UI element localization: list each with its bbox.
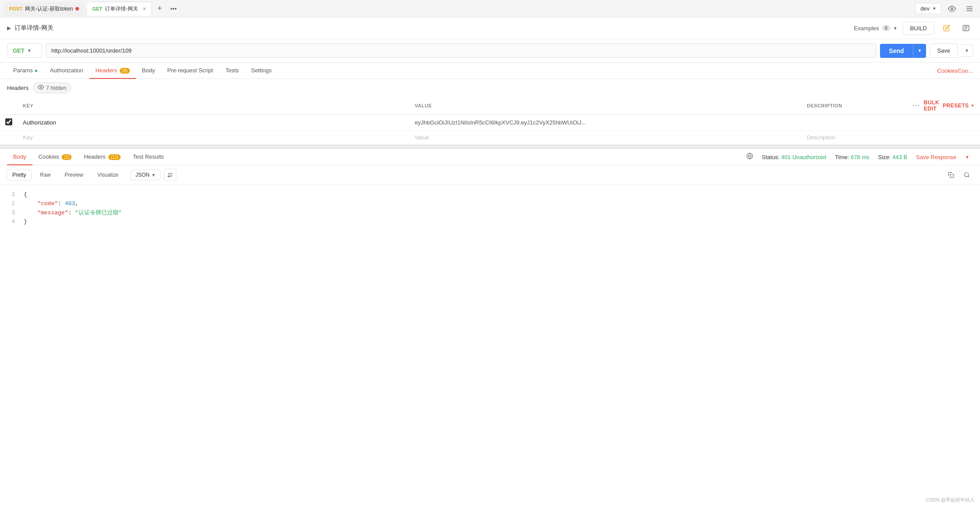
search-response-button[interactable] — [961, 169, 973, 181]
edit-icon[interactable] — [940, 21, 954, 35]
line-num-4: 4 — [7, 217, 15, 227]
tab-get[interactable]: GET 订单详情-网关 × — [86, 2, 152, 16]
col-actions: ··· Bulk Edit Presets ▼ — [907, 97, 980, 115]
empty-value-cell[interactable]: Value — [410, 131, 802, 145]
globe-icon[interactable] — [746, 153, 753, 161]
format-type-selector[interactable]: JSON ▼ — [131, 170, 161, 180]
examples-button[interactable]: Examples 0 ▼ — [854, 25, 898, 32]
word-wrap-button[interactable] — [164, 169, 176, 181]
empty-desc-cell[interactable]: Description — [801, 131, 907, 145]
code-line-3: 3 "message": "认证令牌已过期" — [7, 209, 973, 218]
format-preview-button[interactable]: Preview — [59, 170, 89, 180]
res-tab-body[interactable]: Body — [7, 149, 32, 165]
res-tab-test-results[interactable]: Test Results — [127, 149, 170, 165]
eye-view-button[interactable] — [945, 2, 959, 16]
save-response-button[interactable]: Save Response — [916, 154, 956, 160]
presets-chevron-icon: ▼ — [971, 103, 975, 108]
tab-headers[interactable]: Headers (8) — [89, 63, 136, 79]
tab-post[interactable]: POST 网关-认证-获取token — [4, 2, 85, 16]
more-options-button[interactable]: ··· — [912, 102, 920, 109]
response-status-area: Status: 401 Unauthorized Time: 678 ms Si… — [170, 153, 973, 161]
tab-settings[interactable]: Settings — [245, 63, 278, 79]
format-raw-button[interactable]: Raw — [35, 170, 56, 180]
row-checkbox-cell[interactable] — [0, 115, 18, 131]
format-type-value: JSON — [136, 172, 150, 178]
status-label-text: Status: — [762, 154, 780, 160]
send-button[interactable]: Send — [880, 44, 912, 58]
code-line-2: 2 "code": 403, — [7, 199, 973, 209]
docs-icon[interactable] — [959, 21, 973, 35]
line-num-3: 3 — [7, 209, 15, 218]
tab-authorization[interactable]: Authorization — [44, 63, 89, 79]
table-empty-row: Key Value Description — [0, 131, 980, 145]
save-button[interactable]: Save — [930, 43, 958, 58]
hidden-count-badge[interactable]: 7 hidden — [33, 82, 71, 93]
code-content-3: "message": "认证令牌已过期" — [24, 209, 122, 218]
cookies-link[interactable]: Cookies — [937, 68, 958, 74]
bulk-edit-button[interactable]: Bulk Edit — [924, 100, 939, 112]
presets-button[interactable]: Presets ▼ — [943, 103, 975, 109]
col-description: DESCRIPTION — [801, 97, 907, 115]
tab-more-button[interactable]: ••• — [168, 4, 179, 14]
svg-point-8 — [40, 86, 42, 88]
headers-title-bar: Headers 7 hidden — [0, 79, 980, 97]
headers-table: KEY VALUE DESCRIPTION ··· Bulk Edit Pres… — [0, 97, 980, 145]
empty-key-placeholder: Key — [23, 134, 32, 141]
col-check — [0, 97, 18, 115]
copy-button[interactable] — [945, 169, 957, 181]
method-selector[interactable]: GET ▼ — [7, 43, 42, 58]
tab-bar-right: dev ▼ — [916, 2, 976, 16]
code-key-code: "code" — [37, 200, 58, 207]
tab-get-close-icon[interactable]: × — [143, 5, 146, 12]
time-label-text: Time: — [835, 154, 849, 160]
code-key-message: "message" — [37, 210, 68, 216]
col-value: VALUE — [410, 97, 802, 115]
status-value: 401 Unauthorized — [781, 154, 826, 160]
method-value: GET — [13, 47, 25, 54]
svg-rect-12 — [950, 174, 954, 178]
size-label: Size: 443 B — [878, 154, 908, 160]
time-label: Time: 678 ms — [835, 154, 869, 160]
tab-post-method: POST — [9, 6, 22, 11]
empty-action-cell — [907, 131, 980, 145]
line-num-2: 2 — [7, 199, 15, 209]
tab-post-title: 网关-认证-获取token — [25, 5, 73, 13]
request-tabs: Params ● Authorization Headers (8) Body … — [0, 63, 980, 79]
code-content-1: { — [24, 190, 27, 199]
url-bar: GET ▼ Send ▼ Save ▼ — [0, 39, 980, 63]
save-arrow-button[interactable]: ▼ — [961, 44, 973, 57]
res-tab-headers[interactable]: Headers (12) — [78, 149, 127, 165]
request-title: 订单详情-网关 — [14, 24, 854, 32]
line-num-1: 1 — [7, 190, 15, 199]
send-chevron-icon: ▼ — [918, 48, 922, 53]
code-val-403: 403 — [65, 200, 75, 207]
send-arrow-button[interactable]: ▼ — [913, 44, 926, 58]
tab-tests[interactable]: Tests — [219, 63, 245, 79]
tab-params[interactable]: Params ● — [7, 63, 44, 79]
headers-badge: (8) — [120, 68, 129, 74]
code-content-4: } — [24, 217, 27, 227]
tab-get-method: GET — [92, 6, 102, 11]
headers-count-badge: (12) — [108, 154, 121, 160]
build-button[interactable]: BUILD — [903, 22, 934, 35]
col-key: KEY — [18, 97, 410, 115]
format-visualize-button[interactable]: Visualize — [92, 170, 124, 180]
res-tab-cookies[interactable]: Cookies (1) — [32, 149, 78, 165]
code-line-4: 4 } — [7, 217, 973, 227]
save-response-chevron-icon[interactable]: ▼ — [965, 155, 969, 160]
send-button-group: Send ▼ — [880, 44, 926, 58]
url-input[interactable] — [46, 43, 876, 58]
row-checkbox[interactable] — [5, 118, 12, 125]
cookies-link-2[interactable]: Coo... — [958, 68, 973, 74]
format-pretty-button[interactable]: Pretty — [7, 170, 31, 180]
add-tab-button[interactable]: + — [154, 3, 166, 15]
collapse-arrow-icon[interactable]: ▶ — [7, 25, 11, 31]
empty-key-cell[interactable]: Key — [18, 131, 410, 145]
response-section: Body Cookies (1) Headers (12) Test Resul… — [0, 148, 980, 232]
tab-pre-request[interactable]: Pre-request Script — [161, 63, 219, 79]
tab-body[interactable]: Body — [136, 63, 161, 79]
environment-selector[interactable]: dev ▼ — [916, 3, 941, 14]
settings-button[interactable] — [962, 2, 976, 16]
tab-get-title: 订单详情-网关 — [105, 5, 138, 13]
save-chevron-icon: ▼ — [965, 48, 969, 53]
